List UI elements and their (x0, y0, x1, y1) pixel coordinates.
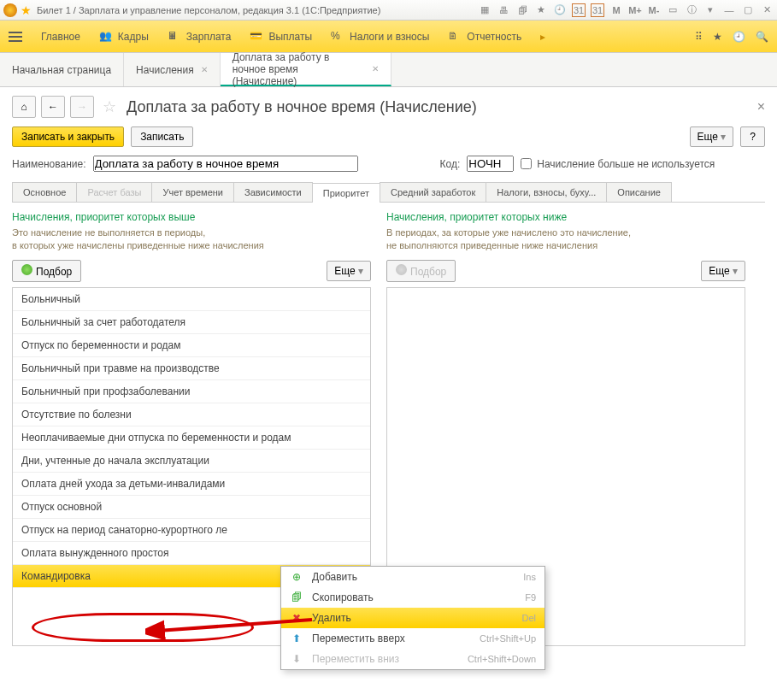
tb-icon[interactable]: ★ (534, 3, 548, 17)
itab-opis[interactable]: Описание (606, 182, 672, 202)
list-item[interactable]: Больничный за счет работодателя (13, 311, 370, 334)
left-desc: Это начисление не выполняется в периоды,… (12, 226, 371, 253)
list-item[interactable]: Отпуск основной (13, 496, 370, 519)
menu-nalogi[interactable]: %Налоги и взносы (331, 30, 429, 44)
forward-button[interactable]: → (70, 96, 94, 118)
menu-vyp[interactable]: 💳Выплаты (250, 30, 312, 44)
people-icon: 👥 (99, 30, 113, 44)
tab-close-icon[interactable]: ✕ (372, 64, 379, 74)
inner-tabs: Основное Расчет базы Учет времени Зависи… (12, 182, 765, 203)
itab-osn[interactable]: Основное (12, 182, 77, 202)
red-highlight-annotation (32, 613, 254, 642)
left-podbor-button[interactable]: Подбор (12, 260, 81, 282)
tab-current[interactable]: Доплата за работу в ночное время (Начисл… (221, 53, 391, 86)
context-menu: ⊕ДобавитьIns 🗐СкопироватьF9 ✖УдалитьDel … (280, 566, 545, 670)
close-icon[interactable]: ✕ (760, 3, 774, 17)
itab-prio[interactable]: Приоритет (312, 183, 380, 203)
list-item[interactable]: Больничный при профзаболевании (13, 380, 370, 403)
plus-icon (396, 264, 407, 275)
right-desc: В периодах, за которые уже начислено это… (386, 226, 745, 253)
more-button[interactable]: Еще (690, 126, 734, 147)
main-menu: Главное 👥Кадры 🖩Зарплата 💳Выплаты %Налог… (0, 21, 777, 53)
list-item[interactable]: Отпуск на период санаторно-курортного ле (13, 519, 370, 542)
ctx-up[interactable]: ⬆Переместить вверхCtrl+Shift+Up (281, 628, 544, 649)
wallet-icon: 💳 (250, 30, 263, 44)
m-icon[interactable]: M (609, 3, 623, 17)
menu-otch[interactable]: 🗎Отчетность (448, 30, 521, 44)
menu-more-icon[interactable]: ▸ (540, 31, 545, 43)
back-button[interactable]: ← (41, 96, 65, 118)
add-icon: ⊕ (290, 571, 303, 583)
fav-icon[interactable]: ☆ (103, 97, 116, 116)
list-item[interactable]: Оплата вынужденного простоя (13, 542, 370, 565)
list-item[interactable]: Больничный при травме на производстве (13, 357, 370, 380)
info-icon[interactable]: ⓘ (685, 3, 698, 17)
list-item[interactable]: Отсутствие по болезни (13, 403, 370, 426)
menu-kadry[interactable]: 👥Кадры (99, 30, 149, 44)
page-title: Доплата за работу в ночное время (Начисл… (127, 98, 477, 116)
right-podbor-button[interactable]: Подбор (386, 260, 456, 282)
list-item[interactable]: Отпуск по беременности и родам (13, 334, 370, 357)
save-close-button[interactable]: Записать и закрыть (12, 126, 124, 147)
itab-baza[interactable]: Расчет базы (76, 182, 152, 202)
tb-icon[interactable]: 🕘 (553, 3, 567, 17)
page-close-icon[interactable]: × (757, 99, 765, 115)
save-button[interactable]: Записать (131, 126, 193, 147)
tab-nach[interactable]: Начисления✕ (124, 53, 221, 86)
not-used-checkbox[interactable] (521, 158, 532, 169)
apps-icon[interactable]: ⠿ (695, 31, 703, 43)
right-title: Начисления, приоритет которых ниже (386, 211, 745, 223)
tab-close-icon[interactable]: ✕ (201, 65, 208, 74)
itab-sred[interactable]: Средний заработок (380, 182, 486, 202)
code-label: Код: (440, 158, 461, 170)
plus-icon (21, 264, 32, 275)
itab-nalogi[interactable]: Налоги, взносы, буху... (486, 182, 607, 202)
menu-main[interactable]: Главное (41, 31, 80, 43)
list-item[interactable]: Оплата дней ухода за детьми-инвалидами (13, 473, 370, 496)
tab-start[interactable]: Начальная страница (0, 53, 124, 86)
app-logo-icon (3, 3, 17, 17)
delete-icon: ✖ (290, 612, 303, 624)
ctx-delete[interactable]: ✖УдалитьDel (281, 608, 544, 628)
tb-icon[interactable]: 🖶 (497, 3, 510, 17)
menu-zp[interactable]: 🖩Зарплата (168, 30, 232, 44)
down-icon: ⬇ (290, 653, 303, 665)
window-titlebar: ★ Билет 1 / Зарплата и управление персон… (0, 0, 777, 21)
maximize-icon[interactable]: ▢ (741, 3, 755, 17)
mminus-icon[interactable]: M- (647, 3, 661, 17)
open-tabs: Начальная страница Начисления✕ Доплата з… (0, 53, 777, 87)
window-title: Билет 1 / Зарплата и управление персонал… (37, 5, 478, 15)
list-item[interactable]: Больничный (13, 288, 370, 311)
ctx-add[interactable]: ⊕ДобавитьIns (281, 567, 544, 587)
burger-icon[interactable] (9, 32, 22, 42)
favorite-star-icon[interactable]: ★ (21, 3, 32, 17)
left-more-button[interactable]: Еще (327, 261, 371, 281)
name-input[interactable] (93, 156, 358, 172)
calc-icon: 🖩 (168, 30, 181, 44)
right-more-button[interactable]: Еще (701, 261, 745, 281)
list-item[interactable]: Дни, учтенные до начала эксплуатации (13, 450, 370, 473)
tb-icon[interactable]: 🗐 (515, 3, 529, 17)
mplus-icon[interactable]: M+ (628, 3, 642, 17)
star-icon[interactable]: ★ (713, 31, 722, 43)
home-button[interactable]: ⌂ (12, 96, 36, 118)
split-icon[interactable]: ▭ (666, 3, 680, 17)
mini-icon[interactable]: ▾ (703, 3, 717, 17)
minimize-icon[interactable]: — (722, 3, 736, 17)
tb-icon[interactable]: ▦ (478, 3, 492, 17)
ctx-down: ⬇Переместить внизCtrl+Shift+Down (281, 649, 544, 669)
help-button[interactable]: ? (740, 126, 765, 147)
left-title: Начисления, приоритет которых выше (12, 211, 371, 223)
history-icon[interactable]: 🕘 (733, 31, 745, 43)
itab-uchet[interactable]: Учет времени (151, 182, 234, 202)
calendar-icon[interactable]: 31 (572, 3, 586, 17)
code-input[interactable] (467, 156, 514, 172)
up-icon: ⬆ (290, 632, 303, 644)
itab-zav[interactable]: Зависимости (233, 182, 313, 202)
search-icon[interactable]: 🔍 (756, 31, 768, 43)
report-icon: 🗎 (448, 30, 462, 44)
not-used-label: Начисление больше не используется (537, 158, 715, 170)
ctx-copy[interactable]: 🗐СкопироватьF9 (281, 587, 544, 608)
list-item[interactable]: Неоплачиваемые дни отпуска по беременнос… (13, 426, 370, 450)
calendar-icon[interactable]: 31 (591, 3, 604, 17)
